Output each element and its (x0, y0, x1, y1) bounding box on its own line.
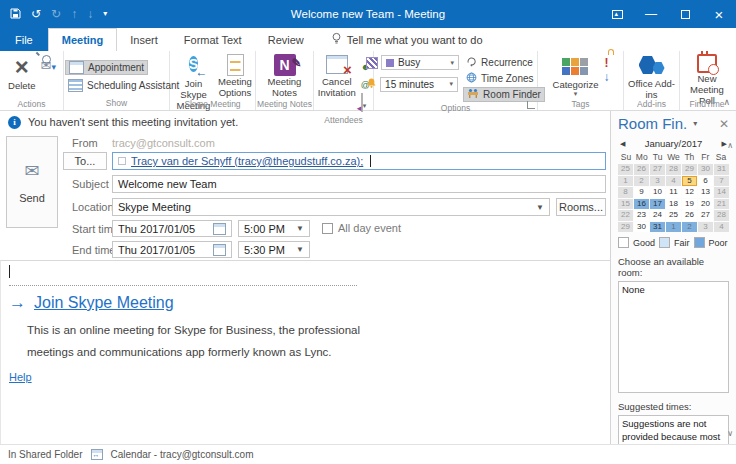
ribbon-display-options-button[interactable] (600, 0, 634, 28)
calendar-day[interactable]: 14 (714, 187, 729, 198)
to-button[interactable]: To... (63, 152, 107, 170)
calendar-day[interactable]: 11 (666, 187, 681, 198)
move-down-icon[interactable]: ↓ (87, 8, 93, 20)
calendar-day[interactable]: 27 (650, 164, 665, 175)
calendar-day[interactable]: 5 (682, 176, 697, 187)
calendar-day[interactable]: 12 (682, 187, 697, 198)
calendar-day[interactable]: 2 (682, 222, 697, 233)
to-recipient[interactable]: Tracy van der Schyff (tracy@thegudstuff.… (131, 155, 363, 167)
panel-scroll-up-icon[interactable]: ∧ (727, 141, 733, 150)
response-options-button[interactable]: ▾ (361, 94, 370, 112)
tab-format-text[interactable]: Format Text (171, 28, 255, 51)
calendar-day[interactable]: 16 (634, 199, 649, 210)
high-importance-button[interactable]: ! (604, 58, 608, 68)
all-day-option[interactable]: All day event (322, 222, 401, 234)
options-dialog-launcher[interactable] (527, 101, 535, 109)
calendar-day[interactable]: 6 (698, 176, 713, 187)
calendar-day[interactable]: 2 (634, 176, 649, 187)
to-field[interactable]: Tracy van der Schyff (tracy@thegudstuff.… (112, 152, 606, 170)
cancel-invitation-button[interactable]: × Cancel Invitation (315, 52, 359, 98)
rooms-button[interactable]: Rooms... (556, 198, 606, 216)
calendar-day[interactable]: 28 (666, 164, 681, 175)
calendar-day[interactable]: 18 (666, 199, 681, 210)
categorize-button[interactable]: Categorize ▾ (550, 52, 602, 98)
customize-qat-icon[interactable]: ▾ (103, 10, 107, 18)
appointment-button[interactable]: Appointment (65, 60, 148, 75)
calendar-day[interactable]: 30 (698, 164, 713, 175)
calendar-day[interactable]: 29 (618, 222, 633, 233)
calendar-day[interactable]: 13 (698, 187, 713, 198)
start-time-field[interactable]: 5:00 PM▼ (238, 220, 310, 237)
low-importance-button[interactable]: ↓ (603, 72, 609, 82)
calendar-day[interactable]: 30 (634, 222, 649, 233)
calendar-day[interactable]: 4 (714, 222, 729, 233)
redo-icon[interactable]: ↻ (51, 8, 61, 20)
room-finder-button[interactable]: Room Finder (463, 87, 545, 102)
tab-meeting[interactable]: Meeting (48, 28, 118, 51)
start-time-dropdown-icon[interactable]: ▼ (296, 224, 304, 233)
new-meeting-poll-button[interactable]: New Meeting Poll (681, 52, 733, 98)
start-date-field[interactable]: Thu 2017/01/05 (112, 220, 232, 237)
calendar-day[interactable]: 9 (634, 187, 649, 198)
room-list[interactable]: None (618, 281, 729, 393)
calendar-day[interactable]: 25 (618, 164, 633, 175)
save-icon[interactable] (10, 8, 21, 21)
calendar-day[interactable]: 8 (618, 187, 633, 198)
tab-review[interactable]: Review (255, 28, 317, 51)
calendar-day[interactable]: 15 (618, 199, 633, 210)
calendar-day[interactable]: 19 (682, 199, 697, 210)
calendar-day[interactable]: 31 (650, 222, 665, 233)
calendar-day[interactable]: 4 (666, 176, 681, 187)
reminder-select[interactable]: 15 minutes ▾ (380, 77, 458, 92)
calendar-day[interactable]: 22 (618, 210, 633, 221)
delete-button[interactable]: × Delete (5, 52, 38, 98)
undo-icon[interactable]: ↺ (31, 8, 41, 20)
help-link[interactable]: Help (9, 371, 32, 383)
end-time-field[interactable]: 5:30 PM▼ (238, 241, 310, 258)
calendar-day[interactable]: 27 (698, 210, 713, 221)
tab-file[interactable]: File (0, 28, 48, 51)
end-date-picker-icon[interactable] (213, 244, 226, 256)
close-button[interactable]: × (702, 0, 736, 28)
join-skype-meeting-link[interactable]: Join Skype Meeting (34, 294, 174, 312)
maximize-button[interactable] (668, 0, 702, 28)
calendar-day[interactable]: 26 (682, 210, 697, 221)
minimize-button[interactable]: — (634, 0, 668, 28)
calendar-day[interactable]: 1 (618, 176, 633, 187)
join-skype-meeting-button[interactable]: S← Join Skype Meeting (171, 52, 216, 98)
calendar-day[interactable]: 26 (634, 164, 649, 175)
end-date-field[interactable]: Thu 2017/01/05 (112, 241, 232, 258)
calendar-day[interactable]: 1 (666, 222, 681, 233)
panel-scroll-down-icon[interactable]: ∨ (727, 429, 733, 438)
move-up-icon[interactable]: ↑ (71, 8, 77, 20)
calendar-day[interactable]: 7 (714, 176, 729, 187)
calendar-day[interactable]: 10 (650, 187, 665, 198)
calendar-day[interactable]: 29 (682, 164, 697, 175)
message-body[interactable]: → Join Skype Meeting This is an online m… (0, 260, 610, 444)
start-date-picker-icon[interactable] (213, 223, 226, 235)
office-addins-button[interactable]: Office Add-ins (625, 52, 678, 98)
time-zones-button[interactable]: Time Zones (463, 71, 545, 86)
room-list-item[interactable]: None (622, 284, 645, 295)
calendar-day[interactable]: 25 (666, 210, 681, 221)
calendar-day[interactable]: 31 (714, 164, 729, 175)
calendar-day[interactable]: 17 (650, 199, 665, 210)
location-field[interactable]: Skype Meeting▼ (112, 198, 550, 216)
meeting-notes-button[interactable]: N Meeting Notes (257, 52, 312, 98)
panel-dropdown-icon[interactable]: ▾ (693, 119, 697, 128)
panel-close-icon[interactable]: ✕ (719, 117, 729, 131)
collapse-ribbon-icon[interactable]: ∧ (723, 97, 730, 107)
calendar-day[interactable]: 3 (650, 176, 665, 187)
show-as-select[interactable]: Busy ▾ (381, 55, 459, 70)
subject-field[interactable]: Welcome new Team (112, 175, 606, 193)
calendar-day[interactable]: 3 (698, 222, 713, 233)
tell-me-box[interactable]: Tell me what you want to do (317, 28, 483, 51)
recurrence-button[interactable]: Recurrence (463, 55, 545, 70)
scheduling-assistant-button[interactable]: Scheduling Assistant (65, 78, 182, 93)
tab-insert[interactable]: Insert (117, 28, 171, 51)
calendar-day[interactable]: 24 (650, 210, 665, 221)
send-button[interactable]: ✉ Send (6, 136, 58, 228)
end-time-dropdown-icon[interactable]: ▼ (296, 245, 304, 254)
calendar-day[interactable]: 28 (714, 210, 729, 221)
calendar-day[interactable]: 23 (634, 210, 649, 221)
